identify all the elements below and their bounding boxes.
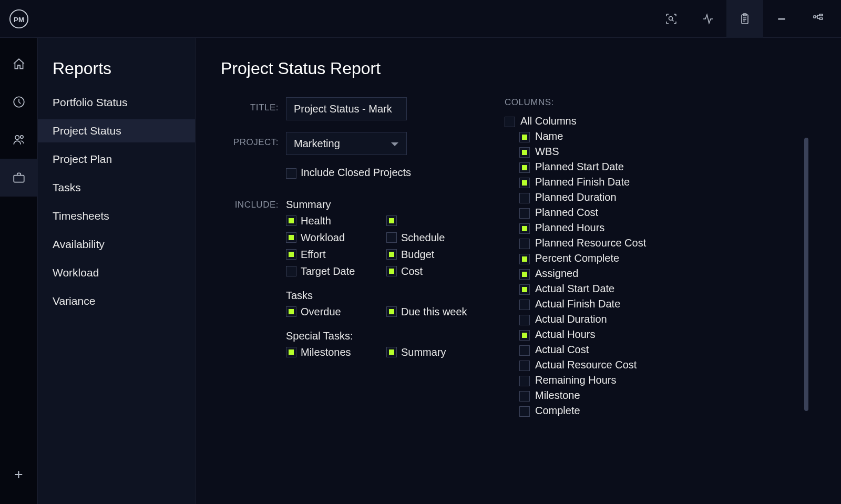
column-row: Planned Hours: [505, 222, 816, 234]
special-checkbox[interactable]: [286, 347, 296, 357]
summary-checkbox[interactable]: [286, 249, 296, 260]
svg-point-11: [20, 136, 23, 138]
tasks-label: Overdue: [301, 305, 341, 318]
column-label: Planned Resource Cost: [535, 237, 646, 249]
svg-rect-8: [819, 18, 823, 19]
column-checkbox[interactable]: [519, 239, 530, 249]
summary-item: [386, 214, 484, 228]
special-checkbox[interactable]: [386, 347, 397, 357]
column-row: Planned Resource Cost: [505, 237, 816, 249]
tasks-heading: Tasks: [286, 290, 484, 302]
sidebar-item-timesheets[interactable]: Timesheets: [38, 204, 195, 228]
column-row: Actual Start Date: [505, 283, 816, 295]
column-row: Complete: [505, 405, 816, 417]
minus-icon[interactable]: [763, 0, 800, 38]
column-label: Actual Finish Date: [535, 298, 620, 310]
column-checkbox[interactable]: [519, 162, 530, 173]
column-checkbox[interactable]: [519, 300, 530, 310]
sidebar: Reports Portfolio StatusProject StatusPr…: [38, 38, 196, 504]
clipboard-icon[interactable]: [726, 0, 763, 38]
people-icon[interactable]: [0, 121, 38, 159]
add-button[interactable]: +: [0, 456, 38, 493]
column-row: Actual Cost: [505, 344, 816, 356]
special-item: Summary: [386, 345, 484, 359]
column-checkbox[interactable]: [519, 208, 530, 219]
summary-label: Workload: [301, 231, 345, 244]
column-checkbox[interactable]: [519, 147, 530, 158]
column-label: Actual Duration: [535, 313, 607, 325]
all-columns-checkbox[interactable]: [505, 117, 515, 127]
sidebar-item-availability[interactable]: Availability: [38, 233, 195, 256]
summary-item: Effort: [286, 248, 383, 261]
sidebar-item-workload[interactable]: Workload: [38, 261, 195, 284]
sidebar-item-variance[interactable]: Variance: [38, 290, 195, 313]
tasks-label: Due this week: [401, 305, 467, 318]
main-panel: Project Status Report TITLE: PROJECT: Ma…: [196, 38, 841, 504]
column-row: Assigned: [505, 268, 816, 280]
column-checkbox[interactable]: [519, 345, 530, 356]
summary-checkbox[interactable]: [386, 232, 397, 243]
project-select-value: Marketing: [294, 138, 340, 150]
column-checkbox[interactable]: [519, 284, 530, 295]
column-label: Assigned: [535, 268, 578, 280]
column-label: Actual Cost: [535, 344, 589, 356]
project-select[interactable]: Marketing: [286, 132, 407, 155]
svg-rect-5: [778, 18, 785, 20]
column-label: Actual Resource Cost: [535, 359, 637, 371]
column-label: Planned Hours: [535, 222, 604, 234]
column-row: Planned Cost: [505, 207, 816, 219]
column-checkbox[interactable]: [519, 361, 530, 371]
sidebar-item-portfolio-status[interactable]: Portfolio Status: [38, 91, 195, 114]
svg-rect-7: [819, 14, 823, 16]
column-checkbox[interactable]: [519, 406, 530, 417]
column-checkbox[interactable]: [519, 223, 530, 234]
sidebar-item-project-plan[interactable]: Project Plan: [38, 148, 195, 171]
tasks-item: Overdue: [286, 305, 383, 318]
summary-checkbox[interactable]: [286, 266, 296, 276]
column-row: Actual Duration: [505, 313, 816, 325]
column-row: Name: [505, 130, 816, 142]
summary-item: Schedule: [386, 231, 484, 244]
scan-search-icon[interactable]: [653, 0, 690, 38]
home-icon[interactable]: [0, 45, 38, 83]
tasks-checkbox[interactable]: [386, 306, 397, 317]
column-label: Remaining Hours: [535, 374, 617, 386]
summary-item: Budget: [386, 248, 484, 261]
column-row: WBS: [505, 146, 816, 158]
topbar-icons: [653, 0, 841, 38]
briefcase-icon[interactable]: [0, 159, 38, 197]
summary-item: Workload: [286, 231, 383, 244]
column-checkbox[interactable]: [519, 132, 530, 142]
include-closed-label: Include Closed Projects: [301, 167, 411, 179]
include-closed-checkbox[interactable]: [286, 168, 296, 179]
column-checkbox[interactable]: [519, 269, 530, 280]
column-row: Milestone: [505, 389, 816, 402]
column-checkbox[interactable]: [519, 376, 530, 386]
column-checkbox[interactable]: [519, 315, 530, 325]
scrollbar[interactable]: [804, 138, 808, 411]
summary-checkbox[interactable]: [386, 249, 397, 260]
sidebar-item-tasks[interactable]: Tasks: [38, 176, 195, 199]
title-input[interactable]: [286, 97, 407, 120]
summary-heading: Summary: [286, 199, 484, 211]
column-checkbox[interactable]: [519, 178, 530, 188]
column-checkbox[interactable]: [519, 391, 530, 402]
summary-checkbox[interactable]: [286, 232, 296, 243]
column-checkbox[interactable]: [519, 330, 530, 341]
clock-icon[interactable]: [0, 83, 38, 121]
column-checkbox[interactable]: [519, 254, 530, 264]
summary-checkbox[interactable]: [386, 266, 397, 276]
summary-checkbox[interactable]: [386, 215, 397, 226]
summary-checkbox[interactable]: [286, 215, 296, 226]
tasks-item: Due this week: [386, 305, 484, 318]
tasks-checkbox[interactable]: [286, 306, 296, 317]
sidebar-item-project-status[interactable]: Project Status: [38, 119, 195, 142]
column-label: Planned Finish Date: [535, 176, 630, 188]
svg-point-10: [15, 136, 19, 140]
column-label: Percent Complete: [535, 252, 619, 264]
branch-icon[interactable]: [800, 0, 837, 38]
special-item: Milestones: [286, 345, 383, 359]
column-checkbox[interactable]: [519, 193, 530, 203]
activity-icon[interactable]: [690, 0, 726, 38]
column-label: Planned Start Date: [535, 161, 624, 173]
